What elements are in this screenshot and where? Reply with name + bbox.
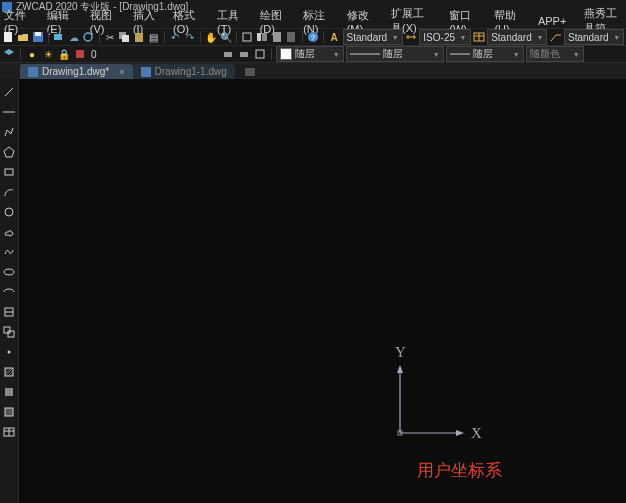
table-style-dropdown[interactable]: Standard▼ — [487, 29, 547, 45]
color-dropdown[interactable]: 随层▼ — [276, 46, 344, 62]
hatch-icon[interactable] — [2, 365, 16, 379]
print-icon[interactable] — [221, 47, 235, 61]
tab-drawing1[interactable]: Drawing1.dwg* × — [20, 64, 133, 79]
lead-style-value: Standard — [568, 32, 609, 43]
ucs-x-label: X — [471, 425, 482, 442]
color-value: 随层 — [295, 47, 315, 61]
cloud-icon[interactable]: ☁ — [67, 30, 80, 44]
prop-icon[interactable] — [241, 30, 254, 44]
insert-block-icon[interactable] — [2, 305, 16, 319]
arc-icon[interactable] — [2, 185, 16, 199]
svg-rect-17 — [240, 52, 248, 57]
chevron-down-icon: ▼ — [460, 34, 467, 41]
chevron-down-icon: ▼ — [536, 34, 543, 41]
tab-label: Drawing1-1.dwg — [155, 66, 227, 77]
lead-style-icon[interactable] — [549, 30, 562, 44]
cut-icon[interactable]: ✂ — [103, 30, 116, 44]
dim-style-dropdown[interactable]: ISO-25▼ — [419, 29, 470, 45]
text-style-icon[interactable]: A — [328, 30, 341, 44]
svg-point-32 — [8, 351, 11, 354]
svg-rect-34 — [5, 388, 13, 396]
svg-rect-10 — [273, 32, 281, 42]
svg-rect-11 — [287, 32, 295, 42]
table-icon[interactable] — [2, 425, 16, 439]
svg-marker-42 — [456, 430, 464, 436]
save-icon[interactable] — [31, 30, 44, 44]
separator — [236, 31, 237, 43]
tab-label: Drawing1.dwg* — [42, 66, 109, 77]
weight-icon — [450, 52, 470, 56]
spline-icon[interactable] — [2, 245, 16, 259]
plotcolor-dropdown[interactable]: 随颜色▼ — [526, 46, 584, 62]
new-icon[interactable] — [2, 30, 15, 44]
separator — [164, 31, 165, 43]
ellipse-icon[interactable] — [2, 265, 16, 279]
svg-rect-9 — [262, 33, 267, 41]
pline-icon[interactable] — [2, 125, 16, 139]
chevron-down-icon: ▼ — [513, 51, 520, 58]
undo-icon[interactable]: ↶ — [169, 30, 182, 44]
svg-rect-5 — [122, 35, 129, 42]
polygon-icon[interactable] — [2, 145, 16, 159]
gradient-icon[interactable] — [2, 385, 16, 399]
point-icon[interactable] — [2, 345, 16, 359]
svg-rect-7 — [243, 33, 251, 41]
layer-prev-icon[interactable] — [73, 47, 87, 61]
calc-icon[interactable] — [285, 30, 298, 44]
menu-app[interactable]: APP+ — [538, 15, 566, 27]
layer-lock-icon[interactable]: 🔒 — [57, 47, 71, 61]
tpal-icon[interactable] — [270, 30, 283, 44]
svg-rect-25 — [5, 169, 13, 175]
pan-icon[interactable]: ✋ — [205, 30, 218, 44]
svg-rect-16 — [224, 52, 232, 57]
chevron-down-icon: ▼ — [333, 51, 340, 58]
dc-icon[interactable] — [256, 30, 269, 44]
send-icon[interactable] — [53, 30, 66, 44]
share-icon[interactable] — [82, 30, 95, 44]
svg-point-3 — [84, 33, 92, 41]
match-icon[interactable]: ▤ — [147, 30, 160, 44]
close-icon[interactable]: × — [119, 67, 124, 77]
layer-on-icon[interactable]: ● — [25, 47, 39, 61]
layer-toolbar: ● ☀ 🔒 0 随层▼ 随层▼ 随层▼ 随颜色▼ — [0, 46, 626, 63]
separator — [200, 31, 201, 43]
tab-drawing1-1[interactable]: Drawing1-1.dwg — [133, 64, 235, 79]
linetype-dropdown[interactable]: 随层▼ — [346, 46, 444, 62]
ellipse-arc-icon[interactable] — [2, 285, 16, 299]
layer-mgr-icon[interactable] — [2, 47, 16, 61]
paste-icon[interactable] — [133, 30, 146, 44]
help-icon[interactable]: ? — [306, 30, 319, 44]
svg-marker-40 — [397, 365, 403, 373]
rectangle-icon[interactable] — [2, 165, 16, 179]
copy-icon[interactable] — [118, 30, 131, 44]
ucs-icon — [396, 351, 476, 443]
lead-style-dropdown[interactable]: Standard▼ — [564, 29, 624, 45]
dim-style-icon[interactable] — [405, 30, 418, 44]
layer-freeze-icon[interactable]: ☀ — [41, 47, 55, 61]
zoom-icon[interactable]: 🔍 — [220, 30, 233, 44]
svg-point-26 — [5, 208, 13, 216]
ucs-y-label: Y — [395, 344, 406, 361]
region-icon[interactable] — [2, 405, 16, 419]
line-icon[interactable] — [2, 85, 16, 99]
separator — [323, 31, 324, 43]
svg-rect-15 — [76, 50, 84, 58]
svg-rect-18 — [256, 50, 264, 58]
draw-toolbar — [0, 79, 18, 503]
table-style-icon[interactable] — [473, 30, 486, 44]
dwg-icon — [28, 67, 38, 77]
linetype-value: 随层 — [383, 47, 403, 61]
make-block-icon[interactable] — [2, 325, 16, 339]
svg-text:?: ? — [310, 33, 315, 42]
lineweight-dropdown[interactable]: 随层▼ — [446, 46, 524, 62]
redo-icon[interactable]: ↷ — [183, 30, 196, 44]
circle-icon[interactable] — [2, 205, 16, 219]
xline-icon[interactable] — [2, 105, 16, 119]
open-icon[interactable] — [17, 30, 30, 44]
plot-icon[interactable] — [237, 47, 251, 61]
tab-list-icon[interactable] — [243, 65, 257, 79]
revcloud-icon[interactable] — [2, 225, 16, 239]
preview-icon[interactable] — [253, 47, 267, 61]
drawing-canvas[interactable]: Y X 用户坐标系 — [18, 79, 626, 503]
text-style-dropdown[interactable]: Standard▼ — [343, 29, 403, 45]
